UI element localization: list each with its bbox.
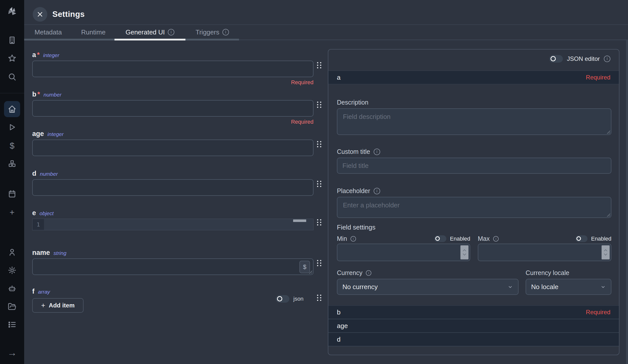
field-type: integer [43, 52, 59, 58]
variable-picker-button[interactable]: $ [299, 261, 310, 273]
field-name: b [32, 90, 36, 98]
active-tab-underline [114, 39, 185, 40]
calendar-glyph [8, 190, 16, 198]
building-icon[interactable] [0, 33, 24, 47]
scrollbar-track[interactable] [626, 40, 628, 364]
drag-handle-icon[interactable] [317, 219, 323, 228]
info-icon: i [493, 236, 499, 242]
field-row-b[interactable]: b Required [328, 305, 619, 319]
placeholder-text: Field description [343, 113, 390, 121]
field-b: b * number Required [32, 90, 323, 125]
chevron-down-icon [507, 284, 513, 290]
drag-handle-icon[interactable] [317, 62, 323, 71]
close-button[interactable] [33, 7, 47, 22]
max-label: Max [478, 235, 490, 242]
custom-title-input[interactable] [337, 158, 611, 174]
min-toggle-label: Enabled [450, 236, 470, 242]
min-enabled-toggle[interactable] [434, 235, 446, 242]
resize-handle[interactable] [606, 213, 610, 217]
toggle-knob [576, 236, 581, 241]
tab-runtime[interactable]: Runtime [72, 25, 114, 39]
gear-icon[interactable] [0, 263, 24, 277]
field-d-input[interactable] [32, 179, 313, 196]
description-textarea[interactable]: Field description [337, 108, 611, 135]
max-number-input[interactable] [478, 244, 611, 261]
star-glyph [8, 54, 16, 63]
field-age-input[interactable] [32, 140, 313, 156]
gear-glyph [8, 266, 16, 275]
windmill-logo-icon[interactable] [0, 5, 24, 19]
json-toggle-row: json [276, 295, 303, 303]
calendar-icon[interactable] [0, 187, 24, 201]
list-icon[interactable] [0, 317, 24, 332]
field-name: d [32, 170, 36, 177]
field-head: f array [32, 288, 323, 296]
add-item-button[interactable]: + Add item [32, 298, 84, 313]
field-e: e object 1 [32, 209, 323, 230]
drag-handle-icon[interactable] [317, 141, 323, 150]
row-label: d [337, 336, 340, 343]
drag-handle-icon[interactable] [317, 102, 323, 110]
dollar-icon[interactable]: $ [0, 139, 24, 153]
field-b-input[interactable] [32, 100, 313, 117]
tab-triggers[interactable]: Triggers i [185, 25, 239, 39]
chevron-down-icon [600, 284, 606, 290]
field-name-textarea[interactable]: $ [32, 258, 313, 275]
label-text: Custom title [337, 148, 370, 155]
row-divider [328, 346, 619, 346]
field-e-code-editor[interactable]: 1 [32, 219, 313, 230]
field-a-input[interactable] [32, 61, 313, 77]
drag-handle-icon[interactable] [317, 260, 323, 268]
star-icon[interactable] [0, 51, 24, 65]
max-toggle-label: Enabled [591, 236, 611, 242]
plus-icon[interactable]: + [0, 205, 24, 219]
json-toggle[interactable] [276, 295, 289, 303]
label-text: Description [337, 99, 368, 106]
folder-open-icon[interactable] [0, 300, 24, 314]
boxes-icon[interactable] [0, 157, 24, 171]
drag-handle-icon[interactable] [317, 181, 323, 189]
toggle-knob [277, 296, 282, 301]
sidebar-divider [0, 93, 24, 93]
placeholder-textarea[interactable]: Enter a placeholder [337, 197, 611, 218]
json-editor-toggle[interactable] [549, 55, 563, 63]
currency-select[interactable]: No currency [337, 279, 519, 295]
tab-metadata[interactable]: Metadata [24, 25, 72, 39]
resize-handle[interactable] [606, 130, 610, 134]
sidebar-item-home[interactable] [4, 101, 20, 117]
field-editor-panel: JSON editor i a Required Description Fie… [328, 49, 619, 355]
user-icon[interactable] [0, 245, 24, 259]
currency-locale-select[interactable]: No locale [526, 279, 611, 295]
field-row-d[interactable]: d [328, 333, 619, 346]
required-star: * [37, 51, 40, 59]
min-label: Min [337, 235, 347, 242]
bot-glyph [8, 284, 16, 293]
toggle-knob [435, 236, 440, 241]
drag-handle-icon[interactable] [317, 295, 323, 303]
search-icon[interactable] [0, 70, 24, 84]
label-text: Currency [337, 269, 362, 277]
currency-label: Currency i [337, 269, 371, 277]
placeholder-text: Enter a placeholder [343, 201, 400, 209]
bot-icon[interactable] [0, 281, 24, 295]
editor-scrollbar[interactable] [293, 219, 306, 222]
min-number-input[interactable] [337, 244, 470, 261]
field-type: number [44, 92, 61, 98]
arrow-right-icon[interactable]: → [0, 346, 24, 360]
number-spinner[interactable] [602, 245, 610, 259]
info-icon: i [366, 270, 371, 276]
max-enabled-toggle[interactable] [575, 235, 587, 242]
play-icon[interactable] [0, 120, 24, 134]
tab-generated-ui[interactable]: Generated UI i [114, 25, 185, 39]
editor-line-number: 1 [32, 219, 44, 230]
field-row-age[interactable]: age [328, 319, 619, 333]
chevron-down-icon [604, 253, 608, 256]
number-spinner[interactable] [460, 245, 468, 259]
plus-icon: + [41, 301, 45, 309]
windmill-logo-glyph [7, 6, 17, 17]
field-row-a[interactable]: a Required [328, 71, 619, 84]
settings-page: $ + [0, 0, 628, 364]
field-type: number [40, 171, 58, 177]
field-settings-label: Field settings [337, 223, 375, 231]
app-sidebar: $ + [0, 0, 24, 364]
